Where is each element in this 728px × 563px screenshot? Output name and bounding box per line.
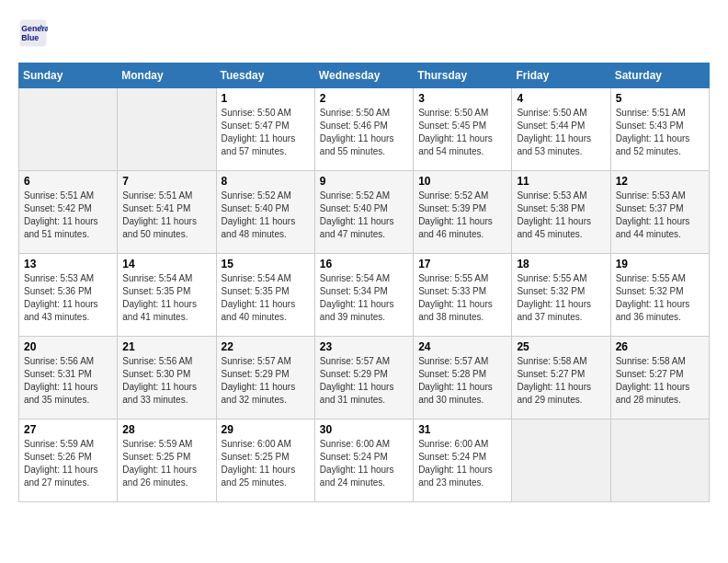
calendar-cell: 4Sunrise: 5:50 AM Sunset: 5:44 PM Daylig…	[512, 88, 610, 171]
day-info: Sunrise: 5:54 AM Sunset: 5:35 PM Dayligh…	[222, 272, 310, 324]
day-number: 9	[320, 175, 408, 188]
day-number: 31	[418, 423, 506, 436]
calendar-cell: 12Sunrise: 5:53 AM Sunset: 5:37 PM Dayli…	[610, 171, 709, 254]
day-number: 29	[222, 423, 310, 436]
weekday-header-saturday: Saturday	[610, 63, 709, 88]
day-info: Sunrise: 5:57 AM Sunset: 5:29 PM Dayligh…	[320, 355, 408, 407]
weekday-header-wednesday: Wednesday	[314, 63, 413, 88]
day-number: 10	[418, 175, 506, 188]
day-number: 7	[122, 175, 210, 188]
day-info: Sunrise: 5:55 AM Sunset: 5:32 PM Dayligh…	[616, 272, 704, 324]
day-number: 2	[320, 92, 408, 105]
calendar-cell: 22Sunrise: 5:57 AM Sunset: 5:29 PM Dayli…	[216, 337, 314, 419]
calendar-table: SundayMondayTuesdayWednesdayThursdayFrid…	[18, 63, 710, 502]
day-info: Sunrise: 5:52 AM Sunset: 5:39 PM Dayligh…	[418, 190, 506, 241]
day-number: 11	[517, 175, 605, 188]
weekday-header-thursday: Thursday	[414, 63, 512, 88]
calendar-cell: 7Sunrise: 5:51 AM Sunset: 5:41 PM Daylig…	[118, 171, 216, 254]
calendar-cell: 13Sunrise: 5:53 AM Sunset: 5:36 PM Dayli…	[19, 254, 118, 337]
day-number: 17	[418, 258, 506, 270]
calendar-cell: 10Sunrise: 5:52 AM Sunset: 5:39 PM Dayli…	[414, 171, 512, 254]
calendar-cell: 6Sunrise: 5:51 AM Sunset: 5:42 PM Daylig…	[19, 171, 118, 254]
day-number: 14	[122, 258, 210, 270]
weekday-header-tuesday: Tuesday	[216, 63, 314, 88]
day-info: Sunrise: 5:58 AM Sunset: 5:27 PM Dayligh…	[616, 355, 704, 407]
day-number: 22	[222, 340, 310, 353]
day-number: 1	[222, 92, 310, 105]
calendar-week-1: 1Sunrise: 5:50 AM Sunset: 5:47 PM Daylig…	[19, 88, 710, 171]
day-number: 19	[616, 258, 704, 270]
day-number: 28	[122, 423, 210, 436]
svg-text:Blue: Blue	[21, 33, 39, 42]
day-info: Sunrise: 5:57 AM Sunset: 5:28 PM Dayligh…	[418, 355, 506, 407]
day-info: Sunrise: 5:51 AM Sunset: 5:42 PM Dayligh…	[24, 190, 112, 241]
day-info: Sunrise: 5:59 AM Sunset: 5:25 PM Dayligh…	[122, 438, 210, 489]
day-number: 18	[517, 258, 605, 270]
day-info: Sunrise: 5:54 AM Sunset: 5:34 PM Dayligh…	[320, 272, 408, 324]
day-number: 21	[122, 340, 210, 353]
calendar-cell: 23Sunrise: 5:57 AM Sunset: 5:29 PM Dayli…	[314, 337, 413, 419]
calendar-cell: 2Sunrise: 5:50 AM Sunset: 5:46 PM Daylig…	[314, 88, 413, 171]
day-number: 15	[222, 258, 310, 270]
calendar-cell: 1Sunrise: 5:50 AM Sunset: 5:47 PM Daylig…	[216, 88, 314, 171]
day-number: 13	[24, 258, 112, 270]
day-info: Sunrise: 5:52 AM Sunset: 5:40 PM Dayligh…	[222, 190, 310, 241]
logo-icon: General Blue	[18, 18, 48, 48]
day-number: 23	[320, 340, 408, 353]
day-info: Sunrise: 5:59 AM Sunset: 5:26 PM Dayligh…	[24, 438, 112, 489]
calendar-cell	[118, 88, 216, 171]
day-number: 20	[24, 340, 112, 353]
day-info: Sunrise: 5:50 AM Sunset: 5:45 PM Dayligh…	[418, 107, 506, 158]
calendar-cell: 17Sunrise: 5:55 AM Sunset: 5:33 PM Dayli…	[414, 254, 512, 337]
calendar-cell: 11Sunrise: 5:53 AM Sunset: 5:38 PM Dayli…	[512, 171, 610, 254]
calendar-cell: 3Sunrise: 5:50 AM Sunset: 5:45 PM Daylig…	[414, 88, 512, 171]
day-info: Sunrise: 5:53 AM Sunset: 5:38 PM Dayligh…	[517, 190, 605, 241]
day-info: Sunrise: 5:53 AM Sunset: 5:37 PM Dayligh…	[616, 190, 704, 241]
calendar-header: SundayMondayTuesdayWednesdayThursdayFrid…	[19, 63, 710, 88]
calendar-cell: 31Sunrise: 6:00 AM Sunset: 5:24 PM Dayli…	[414, 419, 512, 502]
day-number: 4	[517, 92, 605, 105]
calendar-cell: 5Sunrise: 5:51 AM Sunset: 5:43 PM Daylig…	[610, 88, 709, 171]
day-number: 12	[616, 175, 704, 188]
day-info: Sunrise: 5:55 AM Sunset: 5:33 PM Dayligh…	[418, 272, 506, 324]
calendar-cell: 14Sunrise: 5:54 AM Sunset: 5:35 PM Dayli…	[118, 254, 216, 337]
day-number: 3	[418, 92, 506, 105]
calendar-cell: 21Sunrise: 5:56 AM Sunset: 5:30 PM Dayli…	[118, 337, 216, 419]
calendar-cell: 29Sunrise: 6:00 AM Sunset: 5:25 PM Dayli…	[216, 419, 314, 502]
weekday-header-monday: Monday	[118, 63, 216, 88]
calendar-cell	[610, 419, 709, 502]
day-number: 24	[418, 340, 506, 353]
calendar-body: 1Sunrise: 5:50 AM Sunset: 5:47 PM Daylig…	[19, 88, 710, 502]
day-number: 6	[24, 175, 112, 188]
calendar-cell	[512, 419, 610, 502]
calendar-cell: 26Sunrise: 5:58 AM Sunset: 5:27 PM Dayli…	[610, 337, 709, 419]
weekday-header-sunday: Sunday	[19, 63, 118, 88]
weekday-header-friday: Friday	[512, 63, 610, 88]
day-info: Sunrise: 5:50 AM Sunset: 5:46 PM Dayligh…	[320, 107, 408, 158]
day-number: 26	[616, 340, 704, 353]
weekday-header-row: SundayMondayTuesdayWednesdayThursdayFrid…	[19, 63, 710, 88]
calendar-week-2: 6Sunrise: 5:51 AM Sunset: 5:42 PM Daylig…	[19, 171, 710, 254]
day-number: 30	[320, 423, 408, 436]
logo: General Blue	[18, 18, 53, 48]
calendar-cell: 8Sunrise: 5:52 AM Sunset: 5:40 PM Daylig…	[216, 171, 314, 254]
day-info: Sunrise: 5:57 AM Sunset: 5:29 PM Dayligh…	[222, 355, 310, 407]
day-info: Sunrise: 5:55 AM Sunset: 5:32 PM Dayligh…	[517, 272, 605, 324]
day-info: Sunrise: 5:51 AM Sunset: 5:43 PM Dayligh…	[616, 107, 704, 158]
calendar-cell: 30Sunrise: 6:00 AM Sunset: 5:24 PM Dayli…	[314, 419, 413, 502]
calendar-week-3: 13Sunrise: 5:53 AM Sunset: 5:36 PM Dayli…	[19, 254, 710, 337]
day-number: 8	[222, 175, 310, 188]
calendar-cell: 20Sunrise: 5:56 AM Sunset: 5:31 PM Dayli…	[19, 337, 118, 419]
calendar-cell: 19Sunrise: 5:55 AM Sunset: 5:32 PM Dayli…	[610, 254, 709, 337]
day-number: 16	[320, 258, 408, 270]
day-number: 5	[616, 92, 704, 105]
day-info: Sunrise: 5:52 AM Sunset: 5:40 PM Dayligh…	[320, 190, 408, 241]
calendar-cell	[19, 88, 118, 171]
day-info: Sunrise: 5:56 AM Sunset: 5:30 PM Dayligh…	[122, 355, 210, 407]
day-info: Sunrise: 5:54 AM Sunset: 5:35 PM Dayligh…	[122, 272, 210, 324]
day-info: Sunrise: 5:58 AM Sunset: 5:27 PM Dayligh…	[517, 355, 605, 407]
calendar-cell: 9Sunrise: 5:52 AM Sunset: 5:40 PM Daylig…	[314, 171, 413, 254]
day-info: Sunrise: 5:51 AM Sunset: 5:41 PM Dayligh…	[122, 190, 210, 241]
day-info: Sunrise: 6:00 AM Sunset: 5:24 PM Dayligh…	[418, 438, 506, 489]
calendar-cell: 15Sunrise: 5:54 AM Sunset: 5:35 PM Dayli…	[216, 254, 314, 337]
